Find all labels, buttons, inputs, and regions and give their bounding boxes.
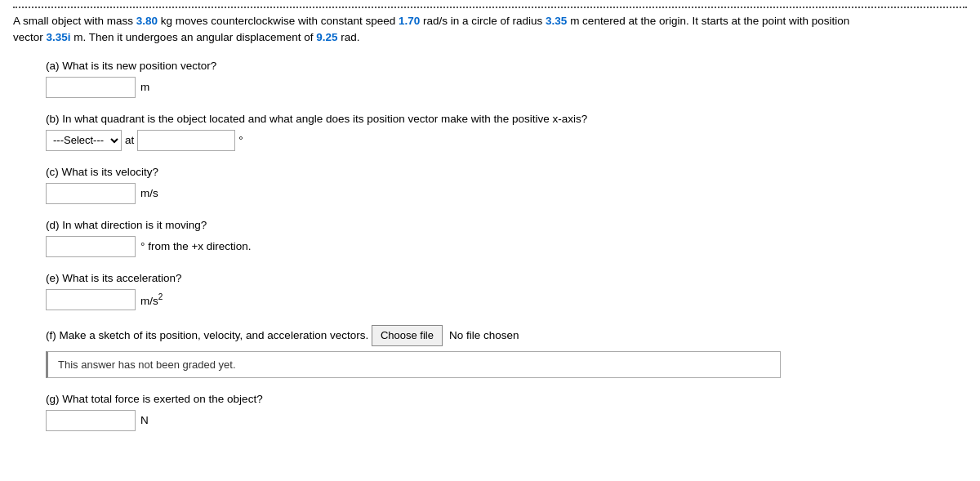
mass-value: 3.80: [136, 15, 158, 27]
part-d-input[interactable]: [46, 236, 136, 257]
speed-value: 1.70: [399, 15, 420, 27]
part-c-unit: m/s: [140, 187, 158, 199]
part-e-input-row: m/s2: [46, 289, 967, 310]
part-e: (e) What is its acceleration? m/s2: [46, 272, 967, 310]
problem-statement: A small object with mass 3.80 kg moves c…: [13, 13, 967, 47]
vector-unit: m. Then it undergoes an angular displace…: [71, 31, 317, 43]
intro-text: A small object with mass: [13, 15, 136, 27]
part-c-input-row: m/s: [46, 183, 967, 204]
part-a-unit: m: [140, 81, 149, 93]
part-f-text: (f) Make a sketch of its position, veloc…: [46, 328, 372, 341]
part-e-input[interactable]: [46, 289, 136, 310]
part-c-input[interactable]: [46, 183, 136, 204]
displacement-unit: rad.: [338, 31, 360, 43]
vector-value: 3.35: [47, 31, 68, 43]
part-f: (f) Make a sketch of its position, veloc…: [46, 325, 967, 378]
part-a: (a) What is its new position vector? m: [46, 60, 967, 98]
part-d-label: (d) In what direction is it moving?: [46, 219, 967, 231]
part-b: (b) In what quadrant is the object locat…: [46, 113, 967, 151]
part-b-select[interactable]: ---Select--- I II III IV: [46, 130, 122, 151]
part-c: (c) What is its velocity? m/s: [46, 166, 967, 204]
graded-text: This answer has not been graded yet.: [58, 359, 236, 371]
part-g-input[interactable]: [46, 410, 136, 431]
part-d-input-row: ° from the +x direction.: [46, 236, 967, 257]
part-g: (g) What total force is exerted on the o…: [46, 393, 967, 431]
part-a-label: (a) What is its new position vector?: [46, 60, 967, 72]
part-e-unit: m/s2: [140, 292, 163, 307]
part-a-input-row: m: [46, 77, 967, 98]
part-e-label: (e) What is its acceleration?: [46, 272, 967, 284]
part-c-label: (c) What is its velocity?: [46, 166, 967, 178]
part-a-input[interactable]: [46, 77, 136, 98]
speed-unit: rad/s in a circle of radius: [420, 15, 546, 27]
vector-intro: vector: [13, 31, 47, 43]
part-d: (d) In what direction is it moving? ° fr…: [46, 219, 967, 257]
part-f-label: (f) Make a sketch of its position, veloc…: [46, 325, 967, 346]
displacement-value: 9.25: [316, 31, 337, 43]
part-b-degree: °: [238, 134, 243, 146]
radius-unit: m centered at the origin. It starts at t…: [567, 15, 849, 27]
top-border: [13, 7, 967, 8]
graded-answer-box: This answer has not been graded yet.: [46, 351, 781, 378]
mass-unit: kg moves counterclockwise with constant …: [158, 15, 399, 27]
part-b-input-row: ---Select--- I II III IV at °: [46, 130, 967, 151]
radius-value: 3.35: [546, 15, 567, 27]
part-d-suffix: ° from the +x direction.: [140, 240, 252, 252]
choose-file-button[interactable]: Choose file: [372, 325, 443, 346]
part-b-at: at: [125, 134, 134, 146]
part-e-superscript: 2: [158, 292, 163, 301]
no-file-text: No file chosen: [449, 329, 519, 341]
part-g-label: (g) What total force is exerted on the o…: [46, 393, 967, 405]
part-b-angle-input[interactable]: [137, 130, 235, 151]
part-g-unit: N: [140, 414, 149, 426]
part-b-label: (b) In what quadrant is the object locat…: [46, 113, 967, 125]
part-g-input-row: N: [46, 410, 967, 431]
